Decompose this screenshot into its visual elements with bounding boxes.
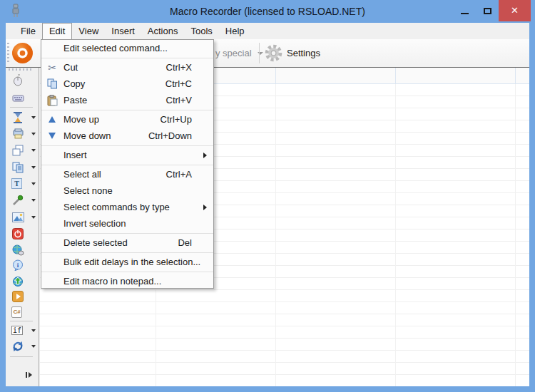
- move-down-icon: [44, 128, 60, 144]
- delay-tool[interactable]: [6, 109, 39, 125]
- menu-item-edit-selected-command[interactable]: Edit selected command...: [41, 40, 213, 56]
- menu-item-select-none[interactable]: Select none: [41, 182, 213, 199]
- power-icon: [11, 227, 24, 240]
- menu-item-paste[interactable]: Paste Ctrl+V: [41, 92, 213, 108]
- maximize-icon: [484, 8, 491, 14]
- menu-item-move-up[interactable]: Move up Ctrl+Up: [41, 111, 213, 128]
- menu-item-edit-macro-in-notepad[interactable]: Edit macro in notepad...: [41, 273, 213, 289]
- minimize-icon: [461, 13, 469, 14]
- text-icon: T: [11, 178, 22, 189]
- copy-special-button-clipped[interactable]: y special: [215, 39, 263, 67]
- upload-tool[interactable]: [6, 273, 39, 289]
- dropdown-arrow-icon[interactable]: [31, 345, 36, 348]
- sidebar-grip[interactable]: [9, 68, 31, 71]
- sidebar-separator: [10, 356, 33, 357]
- maximize-button[interactable]: [477, 0, 498, 21]
- copy-docs-icon: [11, 161, 24, 174]
- image-icon: [11, 211, 24, 224]
- toolbar-overflow-button[interactable]: [21, 370, 36, 380]
- if-tool[interactable]: if: [6, 322, 39, 339]
- clipboard-tool[interactable]: [6, 159, 39, 175]
- globe-upload-icon: [11, 275, 24, 288]
- loop-tool[interactable]: [6, 338, 39, 354]
- info-icon: i: [11, 259, 24, 272]
- submenu-arrow-icon: [203, 205, 207, 210]
- web-mouse-tool[interactable]: [6, 242, 39, 258]
- window-tool[interactable]: [6, 142, 39, 158]
- shutdown-tool[interactable]: [6, 225, 39, 242]
- printer-tool[interactable]: [6, 125, 39, 142]
- menu-edit[interactable]: Edit: [42, 23, 72, 39]
- cut-icon: ✂: [44, 59, 60, 76]
- menu-item-cut[interactable]: ✂ Cut Ctrl+X: [41, 59, 213, 76]
- settings-button[interactable]: Settings: [264, 39, 320, 67]
- menu-separator: [41, 252, 213, 253]
- dropdown-arrow-icon: [258, 52, 263, 55]
- menu-help[interactable]: Help: [219, 23, 251, 39]
- keyboard-icon: [11, 91, 24, 104]
- dropdown-arrow-icon[interactable]: [31, 216, 36, 219]
- overflow-icon: [26, 372, 27, 378]
- dropdown-arrow-icon[interactable]: [31, 149, 36, 152]
- run-program-tool[interactable]: [6, 288, 39, 304]
- toolbar-separator: [259, 43, 260, 63]
- eyedropper-icon: [11, 194, 24, 207]
- menu-view[interactable]: View: [72, 23, 105, 39]
- play-icon: [11, 290, 24, 303]
- sidebar-separator: [10, 107, 33, 108]
- menu-tools[interactable]: Tools: [184, 23, 218, 39]
- mouse-icon: [11, 74, 24, 87]
- title-bar[interactable]: Macro Recorder (licensed to RSLOAD.NET) …: [0, 0, 535, 23]
- dropdown-arrow-icon[interactable]: [31, 329, 36, 332]
- menu-item-copy[interactable]: Copy Ctrl+C: [41, 76, 213, 92]
- menu-item-move-down[interactable]: Move down Ctrl+Down: [41, 128, 213, 144]
- minimize-button[interactable]: [454, 0, 475, 21]
- csharp-tool[interactable]: C#: [6, 304, 39, 320]
- color-picker-tool[interactable]: [6, 192, 39, 208]
- menu-separator: [41, 165, 213, 165]
- if-icon: if: [11, 326, 23, 335]
- menu-item-delete-selected[interactable]: Delete selected Del: [41, 234, 213, 251]
- menu-insert[interactable]: Insert: [105, 23, 141, 39]
- text-tool[interactable]: T: [6, 175, 39, 192]
- command-sidebar: T: [6, 68, 39, 386]
- overflow-arrow-icon: [29, 372, 32, 378]
- sidebar-separator: [10, 321, 33, 321]
- menu-item-select-commands-by-type[interactable]: Select commands by type: [41, 199, 213, 215]
- loop-icon: [11, 340, 24, 353]
- record-icon: [11, 42, 34, 64]
- record-button[interactable]: [11, 42, 34, 66]
- window-body: File Edit View Insert Actions Tools Help…: [6, 23, 529, 386]
- toolbar-grip[interactable]: [7, 43, 9, 64]
- menu-item-invert-selection[interactable]: Invert selection: [41, 215, 213, 232]
- menu-separator: [41, 272, 213, 272]
- menu-item-select-all[interactable]: Select all Ctrl+A: [41, 166, 213, 182]
- image-tool[interactable]: [6, 209, 39, 225]
- dropdown-arrow-icon[interactable]: [31, 133, 36, 135]
- copy-icon: [44, 76, 60, 92]
- submenu-arrow-icon: [203, 153, 207, 158]
- menu-actions[interactable]: Actions: [141, 23, 185, 39]
- menu-file[interactable]: File: [14, 23, 42, 39]
- windows-icon: [11, 144, 24, 157]
- menu-separator: [41, 110, 213, 110]
- menu-item-bulk-edit-delays[interactable]: Bulk edit delays in the selection...: [41, 254, 213, 270]
- menu-separator: [41, 233, 213, 234]
- dropdown-arrow-icon[interactable]: [31, 182, 36, 185]
- mouse-tool[interactable]: [6, 72, 39, 88]
- menu-bar: File Edit View Insert Actions Tools Help: [6, 23, 529, 39]
- app-window: Macro Recorder (licensed to RSLOAD.NET) …: [0, 0, 535, 392]
- menu-separator: [41, 58, 213, 58]
- paste-icon: [44, 92, 60, 108]
- dropdown-arrow-icon[interactable]: [31, 199, 36, 202]
- keyboard-tool[interactable]: [6, 89, 39, 105]
- move-up-icon: [44, 111, 60, 128]
- dropdown-arrow-icon[interactable]: [31, 166, 36, 169]
- gear-icon: [264, 43, 283, 63]
- globe-mouse-icon: [11, 244, 24, 257]
- hourglass-icon: [11, 111, 24, 124]
- menu-item-insert[interactable]: Insert: [41, 147, 213, 163]
- dropdown-arrow-icon[interactable]: [31, 116, 36, 119]
- tooltip-tool[interactable]: i: [6, 257, 39, 273]
- close-button[interactable]: ✕: [499, 0, 531, 21]
